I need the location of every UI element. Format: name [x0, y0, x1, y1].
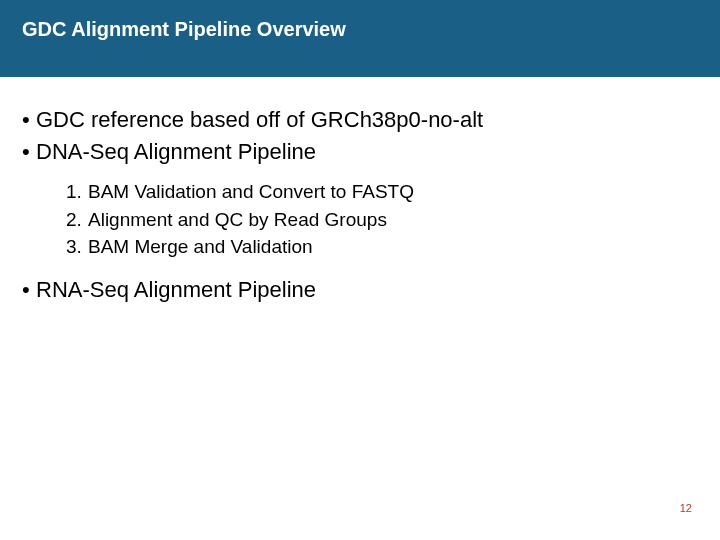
numbered-item: 2.Alignment and QC by Read Groups: [66, 206, 698, 234]
numbered-item: 3.BAM Merge and Validation: [66, 233, 698, 261]
bullet-list-1: •GDC reference based off of GRCh38p0-no-…: [22, 105, 698, 166]
slide-body: •GDC reference based off of GRCh38p0-no-…: [0, 77, 720, 305]
numbered-marker: 2.: [66, 206, 88, 234]
bullet-marker: •: [22, 275, 36, 305]
slide: GDC Alignment Pipeline Overview •GDC ref…: [0, 0, 720, 540]
numbered-text: BAM Merge and Validation: [88, 236, 313, 257]
bullet-item: •GDC reference based off of GRCh38p0-no-…: [22, 105, 698, 135]
bullet-item: •DNA-Seq Alignment Pipeline: [22, 137, 698, 167]
bullet-item: •RNA-Seq Alignment Pipeline: [22, 275, 698, 305]
bullet-text: GDC reference based off of GRCh38p0-no-a…: [36, 107, 483, 132]
numbered-marker: 1.: [66, 178, 88, 206]
numbered-text: Alignment and QC by Read Groups: [88, 209, 387, 230]
page-number: 12: [680, 502, 692, 514]
bullet-marker: •: [22, 105, 36, 135]
bullet-text: DNA-Seq Alignment Pipeline: [36, 139, 316, 164]
numbered-text: BAM Validation and Convert to FASTQ: [88, 181, 414, 202]
numbered-marker: 3.: [66, 233, 88, 261]
slide-title: GDC Alignment Pipeline Overview: [0, 18, 720, 41]
bullet-list-2: •RNA-Seq Alignment Pipeline: [22, 275, 698, 305]
numbered-item: 1.BAM Validation and Convert to FASTQ: [66, 178, 698, 206]
title-bar: GDC Alignment Pipeline Overview: [0, 0, 720, 77]
numbered-list: 1.BAM Validation and Convert to FASTQ 2.…: [22, 168, 698, 275]
bullet-marker: •: [22, 137, 36, 167]
bullet-text: RNA-Seq Alignment Pipeline: [36, 277, 316, 302]
